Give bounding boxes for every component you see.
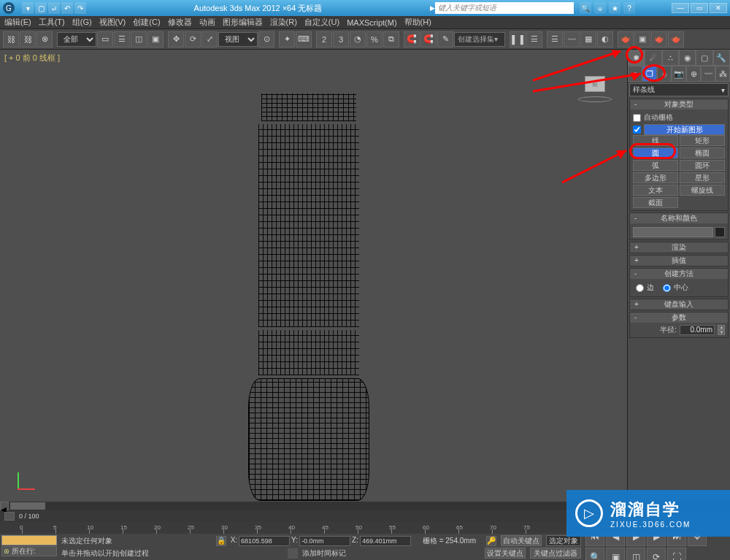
tab-motion-icon[interactable]: ◉ (679, 50, 696, 66)
radius-input[interactable]: 0.0mm (680, 325, 715, 335)
autogrid-checkbox[interactable] (633, 114, 641, 122)
move-icon[interactable]: ✥ (168, 31, 184, 47)
menu-create[interactable]: 创建(C) (133, 17, 160, 28)
obj-donut[interactable]: 圆环 (680, 160, 725, 171)
startnew-checkbox[interactable] (633, 126, 641, 134)
menu-modifiers[interactable]: 修改器 (168, 17, 192, 28)
obj-text[interactable]: 文本 (633, 185, 678, 196)
menu-custom[interactable]: 自定义(U) (304, 17, 339, 28)
menu-graph[interactable]: 图形编辑器 (223, 17, 263, 28)
qat-open-icon[interactable]: ▢ (35, 2, 47, 14)
edit-named-icon[interactable]: ✎ (437, 31, 453, 47)
subtab-space-icon[interactable]: 〰 (701, 66, 715, 82)
scale-icon[interactable]: ⤢ (201, 31, 218, 47)
subtab-shapes-icon[interactable]: ❐ (642, 66, 657, 82)
menu-maxscript[interactable]: MAXScript(M) (347, 18, 396, 27)
manip-icon[interactable]: ✦ (279, 31, 295, 47)
named-selection[interactable]: 创建选择集▾ (454, 32, 505, 47)
menu-render[interactable]: 渲染(R) (270, 17, 297, 28)
snap-2d-icon[interactable]: 2 (316, 31, 332, 47)
qat-save-icon[interactable]: ⤾ (48, 2, 60, 14)
tab-utilities-icon[interactable]: 🔧 (713, 50, 730, 66)
close-button[interactable]: ✕ (710, 3, 727, 13)
magnet-icon[interactable]: 🧲 (404, 31, 420, 47)
percent-snap-icon[interactable]: % (366, 31, 383, 47)
schematic-icon[interactable]: ▦ (580, 31, 596, 47)
ref-coord[interactable]: 视图 (218, 32, 258, 47)
menu-view[interactable]: 视图(V) (99, 17, 126, 28)
subtab-cameras-icon[interactable]: 📷 (672, 66, 686, 82)
shape-category-dropdown[interactable]: 样条线▾ (629, 83, 729, 96)
now-row[interactable]: ⊙ 所在行: (1, 546, 57, 556)
menu-edit[interactable]: 编辑(E) (4, 17, 31, 28)
color-swatch[interactable] (715, 227, 725, 237)
lock-icon[interactable]: 🔒 (216, 536, 226, 546)
startnew-button[interactable]: 开始新图形 (644, 124, 725, 135)
render-setup-icon[interactable]: 🫖 (618, 31, 634, 47)
help-icon[interactable]: ? (623, 2, 635, 14)
qat-undo-icon[interactable]: ↶ (61, 2, 73, 14)
method-edge-radio[interactable] (636, 284, 644, 292)
add-marker[interactable]: 添加时间标记 (302, 548, 346, 559)
key-icon[interactable]: 🔑 (486, 536, 496, 546)
subtab-helpers-icon[interactable]: ⊕ (686, 66, 701, 82)
curve-editor-icon[interactable]: 〰 (564, 31, 580, 47)
menu-tools[interactable]: 工具(T) (39, 17, 65, 28)
qat-new-icon[interactable]: ▾ (22, 2, 34, 14)
viewport-front[interactable]: [ + 0 前 0 线框 ] 前 (0, 50, 628, 502)
spinner-down-icon[interactable]: ▾ (718, 330, 725, 335)
tab-hierarchy-icon[interactable]: ⛬ (662, 50, 679, 66)
obj-star[interactable]: 星形 (680, 172, 725, 183)
link-icon[interactable]: ⛓ (3, 31, 19, 47)
rotate-icon[interactable]: ⟳ (185, 31, 201, 47)
help-search-input[interactable]: 键入关键字或短语 (435, 2, 574, 14)
nav-zoom-icon[interactable]: 🔍 (585, 548, 604, 560)
render-icon[interactable]: 🫖 (651, 31, 667, 47)
snap-3d-icon[interactable]: 3 (333, 31, 349, 47)
app-icon[interactable]: G (3, 2, 15, 14)
kbd-icon[interactable]: ⌨ (296, 31, 312, 47)
magnet2-icon[interactable]: 🧲 (420, 31, 437, 47)
select-name-icon[interactable]: ☰ (114, 31, 130, 47)
render-frame-icon[interactable]: ▣ (634, 31, 650, 47)
select-icon[interactable]: ▭ (97, 31, 113, 47)
obj-circle[interactable]: 圆 (633, 147, 678, 158)
coord-y[interactable]: -0.0mm (299, 536, 350, 546)
rollout-header[interactable]: -对象类型 (630, 99, 728, 110)
maximize-button[interactable]: ▭ (691, 3, 708, 13)
spinner-up-icon[interactable]: ▴ (718, 325, 725, 330)
qat-redo-icon[interactable]: ↷ (74, 2, 86, 14)
nav-fov-icon[interactable]: ◫ (626, 548, 645, 560)
mirror-icon[interactable]: ▌▐ (510, 31, 526, 47)
nav-orbit-icon[interactable]: ⟳ (647, 548, 666, 560)
select-region-icon[interactable]: ◫ (131, 31, 147, 47)
minimize-button[interactable]: — (672, 3, 689, 13)
tag-icon[interactable] (288, 548, 298, 559)
layers-icon[interactable]: ☰ (547, 31, 563, 47)
menu-group[interactable]: 组(G) (72, 17, 92, 28)
track-toggle-icon[interactable] (4, 512, 15, 521)
method-center-radio[interactable] (663, 284, 671, 292)
spinner-snap-icon[interactable]: ⧉ (383, 31, 399, 47)
material-icon[interactable]: ◐ (597, 31, 613, 47)
obj-ngon[interactable]: 多边形 (633, 172, 678, 183)
render-prod-icon[interactable]: 🫖 (668, 31, 684, 47)
selkey-dropdown[interactable]: 选定对象 (546, 535, 581, 546)
align-icon[interactable]: ☰ (526, 31, 542, 47)
selection-filter[interactable]: 全部 (57, 32, 96, 47)
menu-help[interactable]: 帮助(H) (404, 17, 431, 28)
angle-snap-icon[interactable]: ◔ (350, 31, 366, 47)
nav-maximize-icon[interactable]: ⛶ (667, 548, 686, 560)
obj-section[interactable]: 截面 (633, 197, 678, 208)
subtab-systems-icon[interactable]: ⁂ (715, 66, 730, 82)
tab-modify-icon[interactable]: ☄ (645, 50, 661, 66)
keyfilter-button[interactable]: 关键点过滤器 (530, 548, 581, 559)
star-icon[interactable]: ★ (609, 2, 620, 14)
obj-ellipse[interactable]: 椭圆 (680, 147, 725, 158)
obj-arc[interactable]: 弧 (633, 160, 678, 171)
viewcube[interactable]: 前 (580, 76, 610, 101)
signin-icon[interactable]: ⍟ (594, 2, 606, 14)
setkey-button[interactable]: 设置关键点 (485, 548, 526, 559)
tab-create-icon[interactable]: ✹ (628, 50, 645, 66)
object-name-input[interactable] (633, 227, 713, 237)
